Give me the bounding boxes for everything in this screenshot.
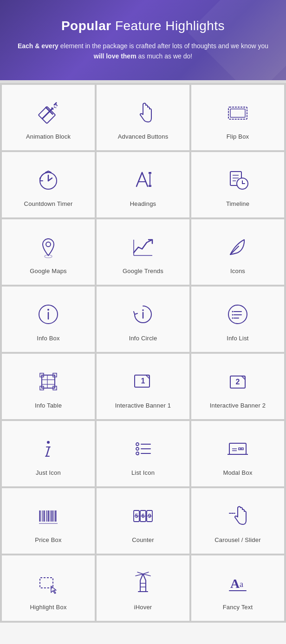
animation-block-label: Animation Block bbox=[26, 133, 71, 140]
price-box-label: Price Box bbox=[35, 536, 61, 543]
grid-item-flip-box[interactable]: Flip Box bbox=[191, 85, 284, 150]
svg-rect-66 bbox=[241, 448, 243, 450]
grid-item-list-icon[interactable]: List Icon bbox=[97, 421, 189, 486]
page-subtitle: Each & every element in the package is c… bbox=[14, 41, 272, 62]
info-circle-label: Info Circle bbox=[129, 335, 157, 342]
google-maps-label: Google Maps bbox=[30, 268, 67, 274]
info-list-icon bbox=[223, 300, 253, 329]
modal-box-label: Modal Box bbox=[223, 469, 252, 476]
grid-item-countdown[interactable]: Countdown Timer bbox=[2, 152, 95, 217]
google-trends-icon bbox=[128, 232, 158, 262]
headings-icon bbox=[128, 165, 158, 195]
svg-line-8 bbox=[57, 105, 58, 106]
list-icon-label: List Icon bbox=[131, 469, 155, 476]
advanced-buttons-label: Advanced Buttons bbox=[118, 133, 169, 140]
flip-box-icon bbox=[223, 98, 253, 128]
grid-item-highlight-box[interactable]: Highlight Box bbox=[2, 555, 95, 621]
grid-item-advanced-buttons[interactable]: Advanced Buttons bbox=[97, 85, 189, 150]
advanced-buttons-icon bbox=[128, 98, 158, 128]
page-title: Popular Feature Highlights bbox=[14, 19, 272, 33]
grid-item-info-circle[interactable]: Info Circle bbox=[97, 287, 189, 352]
modal-box-icon bbox=[223, 434, 253, 464]
timeline-icon bbox=[223, 165, 253, 195]
grid-item-icons[interactable]: Icons bbox=[191, 219, 284, 285]
header: Popular Feature Highlights Each & every … bbox=[0, 0, 286, 80]
carousel-slider-icon bbox=[223, 501, 253, 531]
svg-text:a: a bbox=[240, 580, 243, 589]
grid-item-timeline[interactable]: Timeline bbox=[191, 152, 284, 217]
animation-block-icon bbox=[33, 98, 63, 128]
grid-item-just-icon[interactable]: Just Icon bbox=[2, 421, 95, 486]
svg-point-57 bbox=[136, 443, 139, 446]
grid-item-info-box[interactable]: Info Box bbox=[2, 287, 95, 352]
svg-point-24 bbox=[46, 242, 51, 247]
svg-point-59 bbox=[136, 447, 139, 450]
interactive-banner-2-icon: 2 bbox=[223, 367, 253, 396]
svg-text:A: A bbox=[230, 576, 240, 591]
fancy-text-icon: A a bbox=[223, 568, 253, 598]
interactive-banner-1-label: Interactive Banner 1 bbox=[115, 402, 171, 409]
grid-item-animation-block[interactable]: Animation Block bbox=[2, 85, 95, 150]
icons-label: Icons bbox=[230, 268, 245, 274]
counter-label: Counter bbox=[132, 536, 154, 543]
counter-icon: 5 6 9 bbox=[128, 501, 158, 531]
grid-item-interactive-banner-2[interactable]: 2 Interactive Banner 2 bbox=[191, 354, 284, 419]
svg-text:2: 2 bbox=[236, 378, 240, 386]
icons-icon bbox=[223, 232, 253, 262]
svg-marker-90 bbox=[140, 574, 146, 592]
svg-rect-11 bbox=[230, 109, 245, 117]
google-trends-label: Google Trends bbox=[123, 268, 163, 274]
interactive-banner-1-icon: 1 bbox=[128, 367, 158, 396]
headings-label: Headings bbox=[130, 200, 156, 207]
highlight-box-icon bbox=[33, 568, 63, 598]
grid-item-google-trends[interactable]: Google Trends bbox=[97, 219, 189, 285]
svg-line-1 bbox=[56, 104, 57, 105]
info-circle-icon bbox=[128, 300, 158, 329]
just-icon-icon bbox=[33, 434, 63, 464]
svg-point-40 bbox=[232, 317, 234, 319]
flip-box-label: Flip Box bbox=[227, 133, 249, 140]
carousel-slider-label: Carousel / Slider bbox=[214, 536, 261, 543]
price-box-icon bbox=[33, 501, 63, 531]
svg-point-31 bbox=[47, 309, 49, 311]
grid-item-interactive-banner-1[interactable]: 1 Interactive Banner 1 bbox=[97, 354, 189, 419]
info-box-label: Info Box bbox=[37, 335, 59, 342]
svg-point-61 bbox=[136, 452, 139, 455]
grid-item-headings[interactable]: Headings bbox=[97, 152, 189, 217]
svg-text:1: 1 bbox=[141, 377, 145, 385]
timeline-label: Timeline bbox=[226, 200, 249, 207]
svg-point-38 bbox=[232, 311, 234, 312]
svg-line-93 bbox=[137, 572, 143, 574]
svg-point-33 bbox=[142, 309, 144, 311]
feature-grid: Animation Block Advanced Buttons Flip Bo… bbox=[0, 83, 286, 623]
highlight-box-label: Highlight Box bbox=[30, 604, 66, 611]
just-icon-label: Just Icon bbox=[36, 469, 61, 476]
grid-item-info-list[interactable]: Info List bbox=[191, 287, 284, 352]
grid-item-info-table[interactable]: Info Table bbox=[2, 354, 95, 419]
ihover-label: iHover bbox=[134, 604, 152, 611]
grid-item-google-maps[interactable]: Google Maps bbox=[2, 219, 95, 285]
grid-item-price-box[interactable]: Price Box bbox=[2, 488, 95, 554]
info-table-label: Info Table bbox=[35, 402, 62, 409]
svg-point-39 bbox=[232, 314, 234, 315]
fancy-text-label: Fancy Text bbox=[223, 604, 253, 611]
grid-item-fancy-text[interactable]: A a Fancy Text bbox=[191, 555, 284, 621]
svg-line-9 bbox=[55, 107, 56, 108]
svg-line-5 bbox=[43, 109, 52, 118]
grid-item-carousel-slider[interactable]: Carousel / Slider bbox=[191, 488, 284, 554]
svg-point-53 bbox=[47, 441, 50, 444]
interactive-banner-2-label: Interactive Banner 2 bbox=[210, 402, 266, 409]
ihover-icon bbox=[128, 568, 158, 598]
grid-item-modal-box[interactable]: Modal Box bbox=[191, 421, 284, 486]
svg-line-56 bbox=[46, 447, 49, 456]
svg-rect-65 bbox=[239, 448, 240, 450]
google-maps-icon bbox=[33, 232, 63, 262]
info-table-icon bbox=[33, 367, 63, 396]
grid-item-ihover[interactable]: iHover bbox=[97, 555, 189, 621]
grid-item-counter[interactable]: 5 6 9 Counter bbox=[97, 488, 189, 554]
info-list-label: Info List bbox=[227, 335, 248, 342]
countdown-label: Countdown Timer bbox=[24, 200, 73, 207]
list-icon-icon bbox=[128, 434, 158, 464]
countdown-icon bbox=[33, 165, 63, 195]
info-box-icon bbox=[33, 300, 63, 329]
